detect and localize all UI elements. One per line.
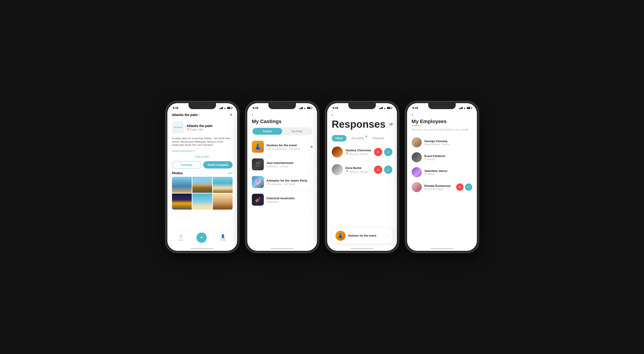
company-name-header[interactable]: Atlantis the palm ▾ <box>172 113 200 117</box>
avatar-vasilisa[interactable] <box>332 147 343 158</box>
casting-meta-4: Moderation <box>266 200 295 203</box>
tab-active[interactable]: Active <box>252 128 282 135</box>
time-4: 9:19 <box>412 106 418 110</box>
employee-valentine: Valentine Vetrov 9 castings <box>412 165 472 180</box>
p1-header: Atlantis the palm ▾ ≡ <box>167 111 237 119</box>
back-button-2[interactable]: ‹ <box>252 112 312 117</box>
tab-inbox[interactable]: Inbox <box>332 135 346 142</box>
casting-info-3: Animator for the Jeans Party 70 response… <box>266 179 308 185</box>
casting-item-3[interactable]: Animator for the Jeans Party 70 response… <box>252 173 312 191</box>
emp-name-valentine: Valentine Vetrov <box>424 169 472 173</box>
casting-meta-3: 70 responses · 140 views <box>266 183 308 185</box>
notch-2 <box>268 103 296 109</box>
wifi-icon-1: ▲ <box>224 107 226 109</box>
employees-title: My Employees <box>412 119 472 125</box>
reject-renata-button[interactable]: ✕ <box>456 183 464 191</box>
tab-archive[interactable]: Archive <box>282 128 312 135</box>
resp-location-1: 📍 Moscow, Russia <box>346 153 371 156</box>
casting-item-2[interactable]: Jazz entertainment Published · 5 views <box>252 156 312 173</box>
casting-thumb-4 <box>252 194 264 206</box>
home-indicator-2 <box>247 246 317 251</box>
signal-icon-2 <box>300 107 303 109</box>
accept-button-2[interactable]: ✓ <box>384 166 392 174</box>
casting-info-4: Classical musicians Moderation <box>266 196 295 203</box>
reject-button-2[interactable]: ✕ <box>374 166 382 174</box>
emp-castings-valentine: 9 castings <box>424 173 472 176</box>
wifi-icon-2: ▲ <box>304 107 306 109</box>
add-button[interactable]: + <box>196 232 207 243</box>
status-icons-4: ▲ <box>459 107 471 109</box>
casting-item-1[interactable]: Hostess for the event (+5) 15 responses … <box>252 138 312 156</box>
phone-3: 9:19 ▲ ‹ Responses +2 <box>325 101 399 253</box>
card-chevron-icon: › <box>387 234 388 238</box>
casting-item-4[interactable]: Classical musicians Moderation <box>252 191 312 209</box>
employees-subtitle: Recruiters who can hire job seekers on y… <box>412 128 472 131</box>
bottom-card[interactable]: 👗 Hostess for the event › <box>332 228 392 243</box>
avatar-george[interactable] <box>412 137 422 148</box>
resp-info-1: Vasilisa Chernova 📍 Moscow, Russia <box>346 149 371 156</box>
tab-accepted[interactable]: Accepted <box>348 135 368 142</box>
avatar-dora[interactable] <box>332 164 343 175</box>
emp-info-erast: Erast Fandorin 5 castings <box>424 154 472 161</box>
status-icons-3: ▲ <box>379 107 392 109</box>
resp-name-2: Dora Burke <box>346 166 371 170</box>
edit-profile-button[interactable]: Edit profile <box>167 153 237 160</box>
responses-list: Vasilisa Chernova 📍 Moscow, Russia ✕ ✓ <box>327 143 397 226</box>
casting-title-2: Jazz entertainment <box>266 161 294 165</box>
expand-description-link[interactable]: Expand description ▾ <box>167 149 237 153</box>
p4-header: ‹ My Employees Recruiters who can hire j… <box>407 111 477 135</box>
feed-icon: ☰ <box>179 234 182 238</box>
photo-5[interactable] <box>192 193 212 209</box>
notch-1 <box>188 103 216 109</box>
photo-1[interactable] <box>172 177 192 193</box>
wifi-icon-4: ▲ <box>464 107 466 109</box>
avatar-erast[interactable] <box>412 152 422 162</box>
back-button-4[interactable]: ‹ <box>412 112 472 117</box>
phone-4: 9:19 ▲ ‹ My Employees Recruiters who c <box>405 101 479 253</box>
responses-title-section: Responses +2 <box>332 119 392 130</box>
avatar-renata[interactable] <box>412 182 422 192</box>
profile-tabs: Castings About company <box>167 160 237 171</box>
tab-castings-button[interactable]: Castings <box>172 161 201 169</box>
employees-list: George Clooney Representative · Director… <box>407 135 477 246</box>
tab-rejected[interactable]: Rejected <box>369 135 388 142</box>
resp-name-1: Vasilisa Chernova <box>346 149 371 152</box>
nav-feed[interactable]: ☰ Feed <box>178 234 183 241</box>
emp-info-valentine: Valentine Vetrov 9 castings <box>424 169 472 176</box>
emp-role-renata: Recruiting request <box>424 188 454 190</box>
photo-2[interactable] <box>192 177 212 193</box>
tab-about-button[interactable]: About company <box>203 161 232 169</box>
emp-role-george: Representative · Director <box>424 143 472 146</box>
accept-button-1[interactable]: ✓ <box>384 148 392 156</box>
accept-renata-button[interactable]: ✓ <box>465 183 472 191</box>
photos-edit-button[interactable]: Edit <box>228 172 232 175</box>
phone-2: 9:19 ▲ ‹ My Castings Active <box>246 101 319 253</box>
nav-profile[interactable]: 👤 Profile <box>220 234 226 241</box>
reject-button-1[interactable]: ✕ <box>374 148 382 156</box>
hamburger-icon[interactable]: ≡ <box>230 112 232 117</box>
bottom-nav: ☰ Feed + 👤 Profile <box>167 230 237 246</box>
avatar-valentine[interactable] <box>412 167 422 177</box>
location-text: Dubai, UAE <box>190 128 203 131</box>
new-badge-1 <box>311 146 312 148</box>
resp-info-2: Dora Burke 📍 Moscow, Russia <box>346 166 371 173</box>
photo-6[interactable] <box>213 193 232 209</box>
card-avatar: 👗 <box>336 231 346 241</box>
nav-feed-label: Feed <box>178 239 183 241</box>
signal-icon-3 <box>379 107 383 109</box>
notch-3 <box>348 103 376 109</box>
photo-3[interactable] <box>213 177 232 193</box>
battery-icon-2 <box>307 107 312 109</box>
status-icons-2: ▲ <box>300 107 312 109</box>
photos-grid <box>172 177 232 209</box>
casting-meta-2: Published · 5 views <box>266 165 294 168</box>
time-2: 9:19 <box>253 106 258 110</box>
company-logo: ATLANTIS <box>172 122 184 134</box>
castings-segment-tabs: Active Archive <box>252 127 312 135</box>
back-button-3[interactable]: ‹ <box>332 112 392 117</box>
photo-4[interactable] <box>172 193 192 209</box>
home-indicator-1 <box>167 246 237 251</box>
emp-actions-renata: ✕ ✓ <box>456 183 472 191</box>
employee-erast: Erast Fandorin 5 castings <box>412 150 472 165</box>
profile-section: ATLANTIS Atlantis the palm 📍 Dubai, UAE <box>167 119 237 135</box>
